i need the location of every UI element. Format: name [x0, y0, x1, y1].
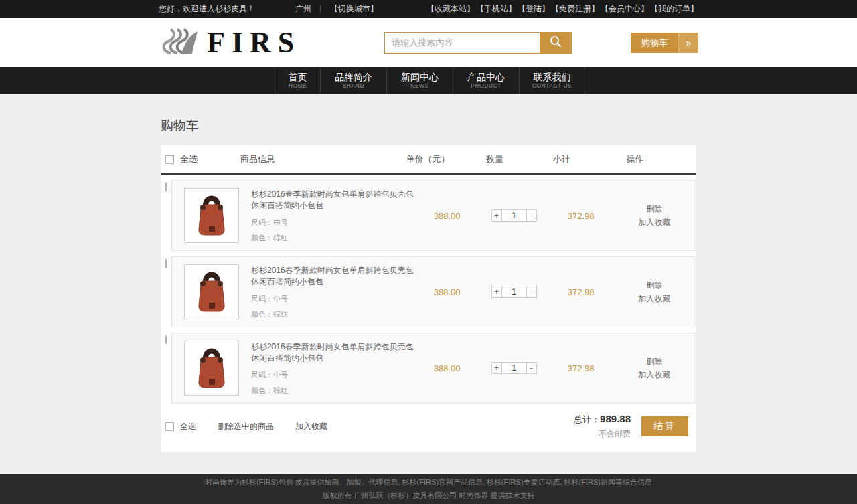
- product-image[interactable]: [184, 341, 239, 396]
- qty-input[interactable]: [502, 209, 526, 222]
- item-checkbox[interactable]: [165, 335, 167, 344]
- nav-news-en: NEWS: [410, 82, 429, 90]
- topbar-link-mobile-site[interactable]: 【手机站】: [476, 3, 516, 15]
- product-subtitle: 休闲百搭简约小包包: [251, 276, 414, 288]
- delete-item-link[interactable]: 删除: [615, 278, 694, 292]
- item-subtotal: 372.98: [548, 211, 615, 221]
- topbar-link-login[interactable]: 【登陆】: [518, 3, 550, 15]
- shipping-note: 不含邮费: [574, 428, 631, 440]
- page-title: 购物车: [161, 117, 696, 135]
- nav-item-news[interactable]: 新闻中心 NEWS: [386, 67, 453, 94]
- product-subtitle: 休闲百搭简约小包包: [251, 200, 414, 212]
- product-size: 尺码：中号: [251, 218, 414, 228]
- column-product-info: 商品信息: [240, 153, 275, 165]
- switch-city-link[interactable]: 【切换城市】: [330, 3, 378, 15]
- product-image[interactable]: [184, 264, 239, 319]
- qty-decrease-button[interactable]: -: [526, 209, 537, 222]
- product-title[interactable]: 杉杉2016春季新款时尚女包单肩斜跨包贝壳包: [251, 265, 414, 276]
- column-subtotal: 小计: [528, 153, 595, 165]
- nav-news-zh: 新闻中心: [401, 72, 439, 82]
- favorite-item-link[interactable]: 加入收藏: [615, 216, 694, 229]
- nav-item-product[interactable]: 产品中心 PRODUCT: [453, 67, 519, 94]
- qty-increase-button[interactable]: +: [491, 362, 502, 374]
- nav-contact-zh: 联系我们: [534, 72, 571, 82]
- site-header: FIRS 购物车 »: [0, 18, 857, 67]
- unit-price: 388.00: [414, 211, 481, 221]
- footer-line2: 版权所有 广州弘跃（杉杉）皮具有限公司 时尚饰界 提供技术支持: [322, 491, 534, 501]
- topbar-link-favorite-site[interactable]: 【收藏本站】: [426, 3, 475, 15]
- cart-table-footer: 全选 删除选中的商品 加入收藏 总计：989.88 不含邮费 结算: [161, 413, 696, 440]
- nav-home-zh: 首页: [289, 72, 307, 82]
- search-bar: [384, 32, 572, 54]
- qty-input[interactable]: [502, 286, 526, 298]
- delete-item-link[interactable]: 删除: [615, 355, 694, 368]
- add-favorite-link[interactable]: 加入收藏: [295, 421, 327, 432]
- select-all-label-bottom: 全选: [180, 421, 196, 432]
- quantity-stepper: + -: [481, 209, 548, 222]
- location-label: 广州: [295, 3, 311, 15]
- logo-text: FIRS: [207, 28, 301, 58]
- qty-decrease-button[interactable]: -: [526, 362, 537, 374]
- column-actions: 操作: [595, 153, 675, 165]
- item-subtotal: 372.98: [548, 363, 615, 373]
- item-checkbox[interactable]: [165, 259, 167, 268]
- nav-product-en: PRODUCT: [471, 82, 501, 90]
- qty-increase-button[interactable]: +: [491, 286, 502, 298]
- quantity-stepper: + -: [481, 286, 548, 298]
- product-color: 颜色：棕红: [251, 233, 414, 243]
- topbar-divider: ｜: [317, 3, 325, 15]
- qty-increase-button[interactable]: +: [491, 209, 502, 222]
- brand-logo[interactable]: FIRS: [159, 26, 301, 60]
- product-size: 尺码：中号: [251, 294, 414, 304]
- cart-item-row: 杉杉2016春季新款时尚女包单肩斜跨包贝壳包 休闲百搭简约小包包 尺码：中号 颜…: [161, 333, 696, 404]
- item-checkbox[interactable]: [165, 183, 167, 191]
- nav-item-brand[interactable]: 品牌简介 BRAND: [320, 67, 386, 94]
- welcome-text: 您好，欢迎进入杉杉皮具！: [159, 3, 255, 15]
- quantity-stepper: + -: [481, 362, 548, 374]
- cart-arrow-icon: »: [678, 33, 698, 53]
- search-input[interactable]: [384, 32, 540, 54]
- delete-item-link[interactable]: 删除: [615, 202, 694, 216]
- main-content: 购物车 全选 商品信息 单价（元） 数量 小计 操作: [0, 94, 857, 475]
- cart-item-row: 杉杉2016春季新款时尚女包单肩斜跨包贝壳包 休闲百搭简约小包包 尺码：中号 颜…: [161, 180, 696, 251]
- header-cart-button[interactable]: 购物车 »: [631, 33, 698, 53]
- nav-brand-zh: 品牌简介: [335, 72, 372, 82]
- favorite-item-link[interactable]: 加入收藏: [615, 368, 694, 382]
- total-label: 总计：: [574, 414, 600, 424]
- favorite-item-link[interactable]: 加入收藏: [615, 292, 694, 305]
- qty-decrease-button[interactable]: -: [526, 286, 537, 298]
- nav-contact-en: CONTACT US: [532, 82, 572, 90]
- delete-selected-link[interactable]: 删除选中的商品: [218, 421, 274, 432]
- product-image[interactable]: [184, 188, 239, 243]
- cart-button-label: 购物车: [631, 33, 678, 53]
- nav-item-contact[interactable]: 联系我们 CONTACT US: [519, 67, 585, 94]
- totals-block: 总计：989.88 不含邮费: [574, 413, 631, 440]
- footer-line1: 时尚饰界为杉杉(FIRS)包包 皮具提供招商、加盟、代理信息, 杉杉(FIRS)…: [205, 477, 652, 487]
- select-all-checkbox-bottom[interactable]: [165, 422, 174, 431]
- product-title[interactable]: 杉杉2016春季新款时尚女包单肩斜跨包贝壳包: [251, 341, 414, 353]
- topbar-links: 【收藏本站】 【手机站】 【登陆】 【免费注册】 【会员中心】 【我的订单】: [426, 3, 698, 15]
- checkout-button[interactable]: 结算: [641, 416, 688, 436]
- topbar-link-my-orders[interactable]: 【我的订单】: [650, 3, 698, 15]
- unit-price: 388.00: [414, 363, 481, 373]
- main-nav: 首页 HOME 品牌简介 BRAND 新闻中心 NEWS 产品中心 PRODUC…: [0, 67, 857, 94]
- nav-item-home[interactable]: 首页 HOME: [275, 67, 320, 94]
- select-all-label-top: 全选: [180, 153, 198, 165]
- topbar-link-member-center[interactable]: 【会员中心】: [601, 3, 649, 15]
- search-icon: [549, 35, 562, 50]
- cart-table: 全选 商品信息 单价（元） 数量 小计 操作: [161, 145, 696, 452]
- site-footer: 时尚饰界为杉杉(FIRS)包包 皮具提供招商、加盟、代理信息, 杉杉(FIRS)…: [0, 474, 857, 504]
- unit-price: 388.00: [414, 287, 481, 297]
- total-value: 989.88: [600, 413, 631, 424]
- qty-input[interactable]: [502, 362, 526, 374]
- column-unit-price: 单价（元）: [394, 153, 461, 165]
- search-button[interactable]: [540, 32, 572, 54]
- product-title[interactable]: 杉杉2016春季新款时尚女包单肩斜跨包贝壳包: [251, 189, 414, 200]
- product-color: 颜色：棕红: [251, 386, 414, 396]
- product-color: 颜色：棕红: [251, 309, 414, 319]
- nav-product-zh: 产品中心: [467, 72, 505, 82]
- select-all-checkbox-top[interactable]: [165, 155, 174, 164]
- topbar-link-register[interactable]: 【免费注册】: [551, 3, 599, 15]
- cart-item-row: 杉杉2016春季新款时尚女包单肩斜跨包贝壳包 休闲百搭简约小包包 尺码：中号 颜…: [161, 256, 696, 327]
- topbar: 您好，欢迎进入杉杉皮具！ 广州 ｜ 【切换城市】 【收藏本站】 【手机站】 【登…: [0, 0, 857, 18]
